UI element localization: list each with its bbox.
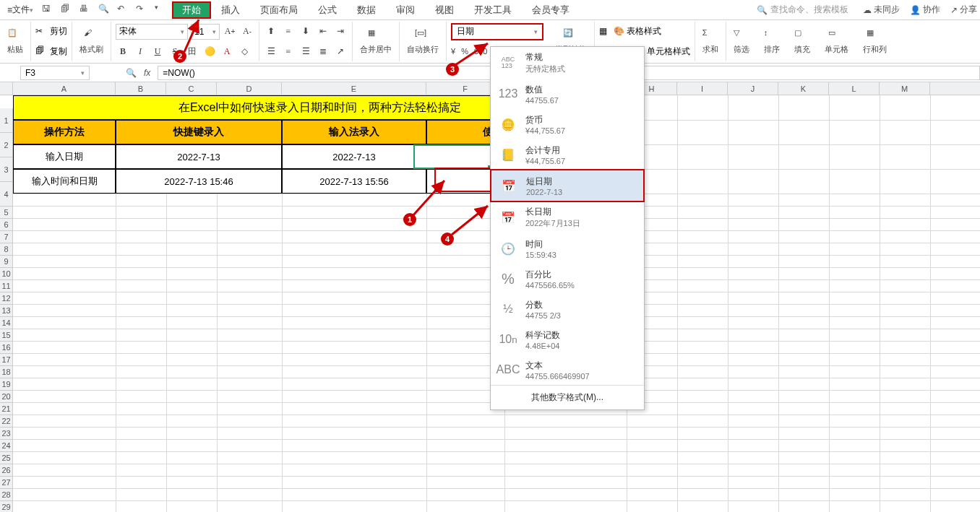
row-header-28[interactable]: 28 xyxy=(0,489,13,501)
row-header-1[interactable]: 1 xyxy=(0,108,13,133)
save-as-icon[interactable]: 🗐 xyxy=(61,4,74,17)
increase-font[interactable]: A+ xyxy=(223,25,237,39)
justify[interactable]: ≣ xyxy=(316,44,330,58)
align-mid[interactable]: ≡ xyxy=(281,25,296,39)
font-name-select[interactable]: 宋体▾ xyxy=(116,24,188,40)
fill-button[interactable]: ▢填充 xyxy=(791,27,813,56)
col-header-J[interactable]: J xyxy=(728,82,778,95)
filter-button[interactable]: ▽筛选 xyxy=(731,27,752,56)
align-center[interactable]: ≡ xyxy=(281,44,296,58)
fmt-more[interactable]: 其他数字格式(M)... xyxy=(491,385,644,409)
row-header-10[interactable]: 10 xyxy=(0,268,13,280)
comma-icon[interactable]: 000 xyxy=(474,47,487,56)
tab-view[interactable]: 视图 xyxy=(425,1,464,19)
row-header-23[interactable]: 23 xyxy=(0,428,13,440)
row-header-21[interactable]: 21 xyxy=(0,403,13,415)
print-icon[interactable]: 🖶 xyxy=(79,4,93,17)
row-header-16[interactable]: 16 xyxy=(0,342,13,354)
copy-icon[interactable]: 🗐 xyxy=(35,45,47,57)
fill-color[interactable]: 🟡 xyxy=(202,44,217,58)
select-all-corner[interactable] xyxy=(0,82,13,95)
row-header-3[interactable]: 3 xyxy=(0,157,13,182)
header-ime[interactable]: 输入法录入 xyxy=(282,120,426,144)
fmt-option-2[interactable]: 🪙货币¥44,755.67 xyxy=(491,109,644,139)
col-header-A[interactable]: A xyxy=(13,82,116,95)
underline-button[interactable]: U xyxy=(150,44,165,58)
undo-icon[interactable]: ↶ xyxy=(117,4,130,17)
row-header-26[interactable]: 26 xyxy=(0,464,13,477)
wrap-text[interactable]: [▭]自动换行 xyxy=(404,27,442,56)
row-header-15[interactable]: 15 xyxy=(0,329,13,342)
fmt-option-3[interactable]: 📒会计专用¥44,755.67 xyxy=(491,139,644,170)
fmt-option-10[interactable]: ABC文本44755.666469907 xyxy=(491,355,644,385)
orient[interactable]: ↗ xyxy=(333,44,348,58)
tab-review[interactable]: 审阅 xyxy=(386,1,425,19)
tab-dev[interactable]: 开发工具 xyxy=(464,1,522,19)
search-box[interactable]: 🔍 查找命令、搜索模板 xyxy=(757,4,848,16)
coop-button[interactable]: 👤 协作 xyxy=(910,4,940,16)
sum-button[interactable]: Σ求和 xyxy=(700,27,721,56)
cut-icon[interactable]: ✂ xyxy=(35,26,47,38)
format-painter[interactable]: 🖌格式刷 xyxy=(77,27,106,56)
align-left[interactable]: ☰ xyxy=(264,44,278,58)
tab-formula[interactable]: 公式 xyxy=(308,1,347,19)
row-header-29[interactable]: 29 xyxy=(0,501,13,512)
sync-status[interactable]: ☁ 未同步 xyxy=(863,4,900,16)
active-cell[interactable] xyxy=(413,144,491,169)
col-header-L[interactable]: L xyxy=(829,82,880,95)
tab-insert[interactable]: 插入 xyxy=(211,1,250,19)
fmt-option-8[interactable]: ½分数44755 2/3 xyxy=(491,294,644,324)
row-header-20[interactable]: 20 xyxy=(0,391,13,403)
fmt-option-5[interactable]: 📅长日期2022年7月13日 xyxy=(491,201,644,233)
fmt-option-4[interactable]: 📅短日期2022-7-13 xyxy=(490,169,645,202)
col-header-M[interactable]: M xyxy=(880,82,930,95)
header-method[interactable]: 操作方法 xyxy=(13,120,116,144)
row-header-2[interactable]: 2 xyxy=(0,133,13,157)
header-shortcut[interactable]: 快捷键录入 xyxy=(116,120,282,144)
row-header-18[interactable]: 18 xyxy=(0,366,13,378)
row-header-4[interactable]: 4 xyxy=(0,182,13,207)
fmt-option-1[interactable]: 123数值44755.67 xyxy=(491,79,644,109)
number-format-dropdown[interactable]: ABC123常规无特定格式123数值44755.67🪙货币¥44,755.67📒… xyxy=(490,46,645,410)
name-box[interactable]: F3▾ xyxy=(20,66,90,80)
row-header-19[interactable]: 19 xyxy=(0,378,13,391)
row-header-7[interactable]: 7 xyxy=(0,231,13,243)
row-header-5[interactable]: 5 xyxy=(0,207,13,219)
row-header-12[interactable]: 12 xyxy=(0,292,13,305)
file-menu[interactable]: ≡ 文件 ▾ xyxy=(3,2,38,17)
col-header-C[interactable]: C xyxy=(166,82,217,95)
border-button[interactable]: 田 xyxy=(185,44,199,58)
col-header-E[interactable]: E xyxy=(282,82,426,95)
r4-shortcut[interactable]: 2022-7-13 15:46 xyxy=(116,169,282,194)
zoom-icon[interactable]: 🔍 xyxy=(126,68,137,78)
currency-icon[interactable]: ¥ xyxy=(451,47,455,56)
clear-format[interactable]: ◇ xyxy=(237,44,252,58)
share-button[interactable]: ↗ 分享 xyxy=(950,4,977,16)
fmt-option-6[interactable]: 🕒时间15:59:43 xyxy=(491,233,644,264)
row-header-8[interactable]: 8 xyxy=(0,243,13,256)
row-header-17[interactable]: 17 xyxy=(0,354,13,366)
paste-button[interactable]: 📋粘贴 xyxy=(4,27,26,56)
sort-button[interactable]: ↕排序 xyxy=(761,27,783,56)
fmt-option-0[interactable]: ABC123常规无特定格式 xyxy=(491,47,644,79)
copy-button[interactable]: 复制 xyxy=(50,45,67,58)
row-header-13[interactable]: 13 xyxy=(0,305,13,317)
col-header-B[interactable]: B xyxy=(116,82,166,95)
align-bot[interactable]: ⬇ xyxy=(298,25,313,39)
font-color[interactable]: A xyxy=(220,44,234,58)
row-header-25[interactable]: 25 xyxy=(0,452,13,464)
tab-member[interactable]: 会员专享 xyxy=(522,1,580,19)
tab-data[interactable]: 数据 xyxy=(347,1,386,19)
row-header-14[interactable]: 14 xyxy=(0,317,13,329)
row-header-9[interactable]: 9 xyxy=(0,256,13,268)
decrease-font[interactable]: A- xyxy=(240,25,254,39)
r4-method[interactable]: 输入时间和日期 xyxy=(13,169,116,194)
r3-shortcut[interactable]: 2022-7-13 xyxy=(116,144,282,169)
number-format-select[interactable]: 日期▾ xyxy=(451,23,543,40)
cellfmt-button[interactable]: ▭单元格 xyxy=(822,27,851,56)
align-top[interactable]: ⬆ xyxy=(264,25,278,39)
fmt-option-7[interactable]: %百分比4475566.65% xyxy=(491,264,644,294)
rowcol-button[interactable]: ▦行和列 xyxy=(860,27,890,56)
indent-dec[interactable]: ⇤ xyxy=(316,25,330,39)
fmt-option-9[interactable]: 10n科学记数4.48E+04 xyxy=(491,324,644,355)
